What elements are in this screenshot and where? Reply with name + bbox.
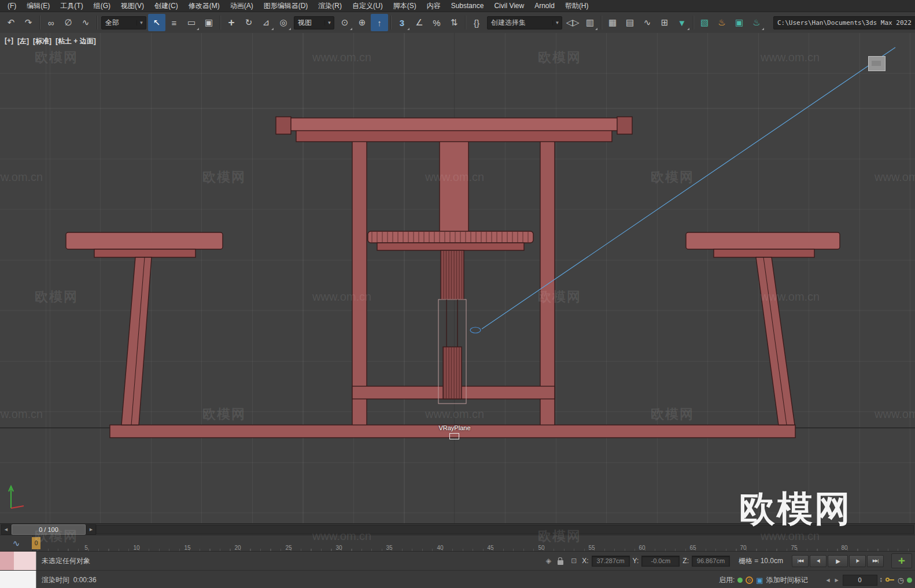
maxscript-mini-listener[interactable] [0, 571, 36, 588]
z-coordinate-field[interactable]: 96.867cm [692, 556, 730, 567]
select-and-rotate-button[interactable]: ↻ [240, 14, 257, 31]
previous-frame-button[interactable]: ◀| [810, 555, 827, 567]
table-model[interactable] [276, 117, 632, 426]
menu-graph-editors[interactable]: 图形编辑器(D) [259, 0, 313, 12]
macro-recorder-mini-listener[interactable] [0, 552, 36, 570]
add-time-tag-button[interactable]: 添加时间标记 [766, 575, 808, 585]
frame-tick: 15 [184, 545, 190, 551]
menu-help[interactable]: 帮助(H) [560, 0, 594, 12]
select-object-button[interactable]: ↖ [148, 14, 165, 31]
bench-left[interactable] [66, 232, 223, 425]
curve-editor-button[interactable]: ∿ [639, 14, 656, 31]
menu-file[interactable]: (F) [2, 0, 21, 12]
rectangular-selection-button[interactable]: ▭ [183, 14, 200, 31]
enable-status-green-dot[interactable] [737, 578, 743, 583]
select-by-name-button[interactable]: ≡ [165, 14, 183, 31]
selection-filter-dropdown[interactable]: 全部 ▼ [101, 16, 146, 29]
spinner-down-icon[interactable]: ▾ [880, 580, 882, 583]
scale-icon: ⊿ [263, 17, 270, 28]
x-coordinate-field[interactable]: 37.287cm [592, 556, 630, 567]
render-frame-window-button[interactable]: ▣ [730, 14, 748, 31]
isolate-selection-icon[interactable]: ◈ [543, 556, 554, 566]
play-button[interactable]: ▶ [828, 555, 848, 567]
menu-scripting[interactable]: 脚本(S) [388, 0, 422, 12]
enable-count-badge[interactable]: 0 [746, 576, 753, 584]
unlink-button[interactable]: ∅ [60, 14, 77, 31]
named-selection-sets-button[interactable]: {} [468, 14, 485, 31]
track-bar-ruler[interactable] [32, 535, 915, 552]
frame-spinner[interactable]: ▴ ▾ [880, 577, 882, 583]
menu-animation[interactable]: 动画(A) [225, 0, 259, 12]
frame-back-arrow[interactable]: ◀ [825, 578, 831, 583]
select-and-place-button[interactable]: ◎ [275, 14, 292, 31]
frame-tick: 50 [538, 545, 544, 551]
current-frame-marker[interactable]: 0 [32, 537, 40, 549]
render-production-button[interactable]: ♨ [748, 14, 765, 31]
redo-button[interactable]: ↷ [20, 14, 37, 31]
viewport-canvas[interactable] [0, 33, 915, 523]
time-slider-handle[interactable]: 0 / 100 [12, 524, 86, 535]
selection-lock-icon[interactable] [558, 560, 563, 565]
keyboard-override-toggle[interactable]: ↑ [371, 14, 388, 31]
helper-line[interactable] [470, 47, 895, 333]
viewport-label: [+] [左] [标准] [粘土 + 边面] [5, 36, 96, 46]
layer-explorer-button[interactable]: ▤ [621, 14, 639, 31]
spinner-snap-button[interactable]: ⇅ [445, 14, 463, 31]
snap-toggle-3d-button[interactable]: 3 [393, 14, 411, 31]
angle-snap-button[interactable]: ∠ [411, 14, 428, 31]
state-sets-button[interactable]: ▧ [696, 14, 713, 31]
select-and-link-button[interactable]: ∞ [42, 14, 60, 31]
viewport-shading-name[interactable]: [粘土 + 边面] [56, 36, 96, 46]
viewport-style-name[interactable]: [标准] [33, 36, 51, 46]
menu-substance[interactable]: Substance [446, 0, 489, 12]
material-editor-button[interactable]: ▼ [673, 14, 691, 31]
menu-arnold[interactable]: Arnold [529, 0, 560, 12]
render-setup-button[interactable]: ♨ [713, 14, 730, 31]
named-selection-set-dropdown[interactable]: 创建选择集 ▼ [487, 16, 562, 29]
menu-create[interactable]: 创建(C) [149, 0, 183, 12]
time-slider-value: 0 / 100 [39, 526, 58, 533]
scene-explorer-button[interactable]: ▦ [604, 14, 621, 31]
project-path-dropdown[interactable]: C:\Users\Han\Documents\3ds Max 2022 ▼ [773, 16, 915, 29]
use-pivot-center-button[interactable]: ⊙ [336, 14, 353, 31]
window-crossing-button[interactable]: ▣ [200, 14, 217, 31]
menu-group[interactable]: 组(G) [88, 0, 116, 12]
menu-views[interactable]: 视图(V) [116, 0, 149, 12]
time-slider-next-button[interactable]: ▶ [86, 524, 96, 535]
schematic-view-button[interactable]: ⊞ [656, 14, 673, 31]
bind-space-warp-button[interactable]: ∿ [77, 14, 94, 31]
next-frame-button[interactable]: |▶ [849, 555, 866, 567]
chevron-down-icon: ▼ [324, 20, 334, 25]
absolute-mode-icon[interactable]: ⊡ [569, 556, 579, 566]
viewport-view-name[interactable]: [左] [17, 36, 29, 46]
viewport-menu-plus[interactable]: [+] [5, 36, 13, 46]
time-configuration-icon[interactable]: ◷ [898, 576, 904, 585]
time-slider-prev-button[interactable]: ◀ [1, 524, 11, 535]
viewport-left-orthographic[interactable]: [+] [左] [标准] [粘土 + 边面] [0, 33, 915, 523]
menu-tools[interactable]: 工具(T) [55, 0, 88, 12]
menu-civil-view[interactable]: Civil View [489, 0, 529, 12]
time-slider-track[interactable] [96, 525, 914, 534]
align-button[interactable]: ▥ [581, 14, 599, 31]
select-and-scale-button[interactable]: ⊿ [257, 14, 275, 31]
percent-snap-button[interactable]: % [428, 14, 445, 31]
mirror-button[interactable]: ◁▷ [564, 14, 581, 31]
y-coordinate-field[interactable]: -0.0cm [641, 556, 680, 567]
go-to-end-button[interactable]: ▶▶| [867, 555, 884, 567]
select-and-move-button[interactable]: + [223, 14, 240, 31]
bench-right[interactable] [686, 232, 840, 425]
reference-coordinate-dropdown[interactable]: 视图 ▼ [294, 16, 334, 29]
go-to-start-button[interactable]: |◀◀ [792, 555, 809, 567]
menu-modifiers[interactable]: 修改器(M) [183, 0, 225, 12]
key-mode-toggle-icon[interactable] [885, 575, 895, 585]
menu-rendering[interactable]: 渲染(R) [313, 0, 347, 12]
menu-customize[interactable]: 自定义(U) [347, 0, 388, 12]
current-frame-field[interactable]: 0 [843, 575, 877, 586]
mini-curve-editor-button[interactable]: ∿ [0, 535, 33, 552]
menu-edit[interactable]: 编辑(E) [21, 0, 55, 12]
undo-button[interactable]: ↶ [2, 14, 20, 31]
menu-content[interactable]: 内容 [422, 0, 446, 12]
frame-forward-arrow[interactable]: ▶ [834, 578, 840, 583]
add-key-button[interactable]: + [891, 553, 912, 568]
select-and-manipulate-button[interactable]: ⊕ [353, 14, 371, 31]
